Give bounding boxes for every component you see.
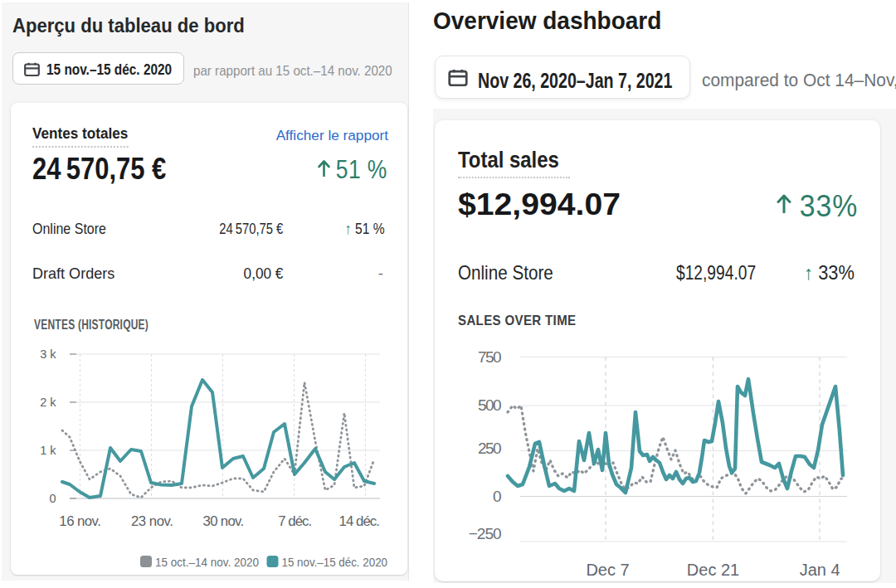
svg-text:0: 0 — [49, 492, 56, 505]
svg-text:0: 0 — [493, 488, 502, 505]
svg-text:250: 250 — [478, 440, 502, 457]
svg-text:2 k: 2 k — [40, 396, 56, 409]
svg-text:−250: −250 — [469, 525, 502, 542]
svg-text:16 nov.: 16 nov. — [59, 513, 101, 529]
svg-text:30 nov.: 30 nov. — [203, 513, 245, 529]
svg-text:Dec 7: Dec 7 — [586, 561, 629, 579]
svg-text:Dec 21: Dec 21 — [687, 561, 739, 579]
svg-text:1 k: 1 k — [40, 444, 56, 457]
svg-text:7 déc.: 7 déc. — [278, 513, 312, 529]
svg-text:500: 500 — [478, 396, 502, 414]
svg-text:14 déc.: 14 déc. — [339, 513, 380, 529]
svg-text:750: 750 — [478, 348, 502, 366]
svg-text:Jan 4: Jan 4 — [800, 561, 840, 579]
svg-text:15 nov.–15 déc. 2020: 15 nov.–15 déc. 2020 — [282, 555, 388, 569]
svg-text:15 oct.–14 nov. 2020: 15 oct.–14 nov. 2020 — [155, 555, 259, 569]
svg-text:23 nov.: 23 nov. — [131, 513, 173, 529]
svg-text:3 k: 3 k — [40, 347, 56, 361]
